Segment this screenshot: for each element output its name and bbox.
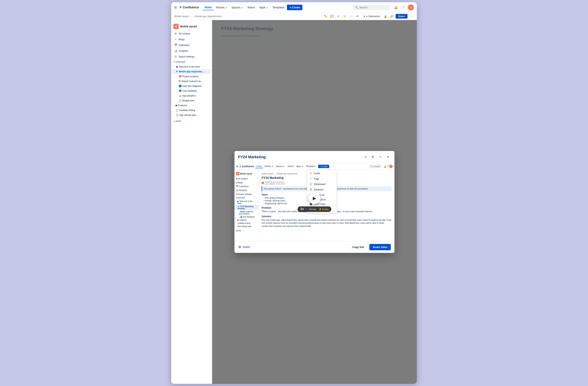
app-name: Confluence xyxy=(183,6,199,9)
mini-solution-text: Our new mobile app, called AquaTrack, wi… xyxy=(262,218,392,228)
app-logo[interactable]: ✕ Confluence xyxy=(179,6,199,9)
loom-asterisk-icon: ✳ xyxy=(238,245,241,249)
nav-teams[interactable]: Teams xyxy=(245,5,257,10)
summarize-button[interactable]: ✦ ✦ Summarize xyxy=(361,14,382,19)
sidebar-tree-usability[interactable]: 📋 Usability testing xyxy=(172,108,211,113)
nav-icons: 🔔 ? J xyxy=(393,4,414,10)
watch-icon[interactable]: 👁 xyxy=(355,14,360,19)
video-play-overlay: ▶ 2× | 16 min ⚡ 8 min xyxy=(297,192,331,212)
play-button[interactable]: ▶ xyxy=(309,192,320,204)
folder-icon: 📁 xyxy=(310,172,313,175)
content-section-chevron: ∨ xyxy=(173,61,175,63)
insert-video-button[interactable]: Insert video xyxy=(369,244,391,250)
logo-icon: ✕ xyxy=(179,6,182,9)
nav-templates[interactable]: Templates xyxy=(271,5,286,10)
edit-icon[interactable]: ✏️ xyxy=(323,14,328,19)
copy-link-button[interactable]: Copy link xyxy=(349,244,368,250)
sidebar-tree-welcome[interactable]: ▶ Welcome to the team xyxy=(172,64,211,69)
sidebar-space-header[interactable]: M Mobile squad xyxy=(171,22,212,31)
loom-label: loom xyxy=(243,245,250,249)
mini-owner-avatar: J xyxy=(262,182,264,184)
content-section-header[interactable]: ∨ CONTENT xyxy=(171,59,212,64)
grid-icon[interactable]: ⊞ xyxy=(174,5,177,9)
modal-header: FY24 Marketing ↺ 🗑 ✂ ✕ xyxy=(234,151,395,163)
search-bar[interactable]: 🔍 Search xyxy=(353,5,390,10)
mini-dropdown-folder: 📁 Folder xyxy=(307,171,336,176)
lock-icon[interactable]: 🔒 xyxy=(383,14,388,19)
main-layout: M Mobile squad ⊞ All content ≡ Blogs 📅 C… xyxy=(171,20,417,384)
mini-space-settings: ⚙ Space settings xyxy=(234,192,258,196)
sidebar-item-analytics[interactable]: 📊 Analytics xyxy=(172,48,211,54)
mini-all-content: ⊞ All content xyxy=(234,177,258,181)
mini-search: 🔍 Search xyxy=(369,165,381,168)
tree-market-label: Market research an... xyxy=(182,80,203,82)
breadcrumb-page[interactable]: Mobile app requirements xyxy=(195,15,221,18)
mini-nav-teams: Teams xyxy=(286,165,294,168)
sidebar-item-blogs[interactable]: ≡ Blogs xyxy=(172,37,211,42)
nav-home[interactable]: Home xyxy=(203,5,214,10)
feedback-icon: 💙 xyxy=(179,89,182,92)
mini-sidebar: M Mobile squad ⊞ All content ≡ Blogs 📅 C… xyxy=(234,170,259,241)
link-icon[interactable]: 🔗 xyxy=(389,14,395,19)
sidebar-item-space-settings[interactable]: ⚙ Space settings xyxy=(172,54,211,59)
create-button[interactable]: + Create xyxy=(287,5,303,10)
tree-welcome-label: Welcome to the team xyxy=(179,65,200,68)
sidebar-tree-budget-plan[interactable]: 📋 Budget plan xyxy=(172,98,211,103)
sidebar-item-all-content[interactable]: ⊞ All content xyxy=(172,31,211,36)
star-icon[interactable]: ☆ xyxy=(349,14,354,19)
breadcrumb-space[interactable]: Mobile squad xyxy=(174,15,189,18)
footer-buttons: Copy link Insert video xyxy=(349,244,391,250)
help-icon[interactable]: ? xyxy=(400,4,406,10)
nav-recent[interactable]: Recent ∨ xyxy=(214,5,229,10)
nav-spaces[interactable]: Spaces ∨ xyxy=(230,5,245,10)
features-icon: ▶ xyxy=(176,104,178,107)
space-settings-icon: ⚙ xyxy=(174,55,177,58)
nav-apps[interactable]: Apps ∨ xyxy=(257,5,270,10)
mini-solution-heading: Solution xyxy=(262,215,392,218)
all-content-label: All content xyxy=(179,32,190,35)
comment-icon[interactable]: 💬 xyxy=(330,14,335,19)
mini-owner-label: Owned by Jane Rotanson xyxy=(265,181,285,183)
user-avatar[interactable]: J xyxy=(408,4,414,10)
modal-title: FY24 Marketing xyxy=(238,155,266,159)
lightning-icon[interactable]: ⚡ xyxy=(342,14,347,19)
speed-badge: 2× | 16 min ⚡ 8 min xyxy=(297,206,331,212)
mini-nav-templates: Templates xyxy=(305,165,316,168)
sidebar-tree-user-flow[interactable]: 🔵 User flow diagrams xyxy=(172,84,211,88)
close-icon[interactable]: ✕ xyxy=(385,154,391,160)
sidebar-tree-project-proposal[interactable]: 🎯 Project proposal xyxy=(172,74,211,79)
notifications-icon[interactable]: 🔔 xyxy=(393,4,399,10)
share-button[interactable]: Share xyxy=(396,14,407,19)
restore-icon[interactable]: ↺ xyxy=(362,154,368,160)
mini-tree-fy24: ▼ FY24 Marketing Strategy xyxy=(234,205,258,210)
sidebar-tree-app-analytics[interactable]: 📊 App analytics xyxy=(172,93,211,98)
whiteboard-icon: ⬜ xyxy=(310,183,313,186)
loom-modal: FY24 Marketing ↺ 🗑 ✂ ✕ ⊞ xyxy=(234,151,395,253)
sidebar-tree-mobile-app[interactable]: ▼ Mobile app requireme... xyxy=(172,69,211,74)
tree-features-label: Features xyxy=(178,104,187,107)
mini-nav-home: Home xyxy=(255,165,263,168)
modal-header-actions: ↺ 🗑 ✂ ✕ xyxy=(362,154,391,160)
sidebar-item-calendars[interactable]: 📅 Calendars xyxy=(172,42,211,48)
secondary-bar: Mobile squad / ... / Mobile app requirem… xyxy=(171,13,417,20)
mini-dropdown-database: 🗄 Database xyxy=(307,187,336,192)
delete-icon[interactable]: 🗑 xyxy=(370,154,376,160)
mini-dropdown-whiteboard: ⬜ Whiteboard xyxy=(307,181,336,187)
sidebar-tree-app-release[interactable]: 📋 App release plan xyxy=(172,113,211,117)
mini-tree-features: ▶ Features xyxy=(234,218,258,222)
apps-section-label: APPS xyxy=(176,120,181,122)
budget-icon: 📋 xyxy=(179,99,182,102)
scissors-icon[interactable]: ✂ xyxy=(377,154,383,160)
ai-icon[interactable]: ✳ xyxy=(336,14,341,19)
sidebar-tree-user-feedback[interactable]: 💙 User feedback xyxy=(172,89,211,93)
tree-userflow-label: User flow diagrams xyxy=(182,85,202,87)
sidebar-tree-market-research[interactable]: ⚙ Market research an... xyxy=(172,79,211,83)
more-actions-icon[interactable]: ⋯ xyxy=(409,14,414,19)
sidebar-tree-features[interactable]: ▶ Features xyxy=(172,103,211,108)
all-content-icon: ⊞ xyxy=(174,32,177,35)
tree-usability-label: Usability testing xyxy=(179,109,195,112)
userflow-icon: 🔵 xyxy=(179,85,182,87)
mini-analytics: 📊 Analytics xyxy=(234,188,258,192)
mini-space-name: Mobile squad xyxy=(240,173,252,175)
apps-section-header[interactable]: ∨ APPS xyxy=(171,119,212,123)
